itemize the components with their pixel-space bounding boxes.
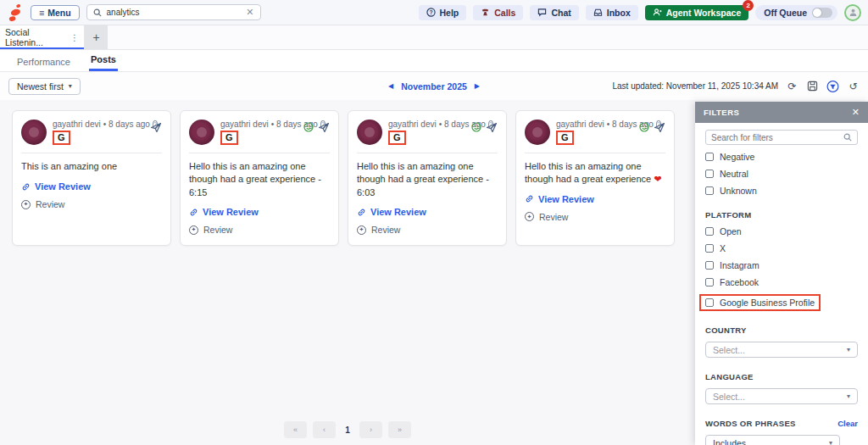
filter-search-input[interactable]: [711, 133, 839, 142]
chevron-down-icon: ▾: [829, 439, 832, 445]
platform-checkbox-row[interactable]: Instagram: [705, 260, 760, 270]
platform-checkbox-row[interactable]: X: [705, 243, 726, 253]
clear-link[interactable]: Clear: [837, 419, 858, 428]
next-page-button[interactable]: ›: [359, 421, 382, 438]
view-review-link[interactable]: View Review: [21, 181, 162, 192]
review-type-label: ✦ Review: [21, 199, 162, 209]
chevron-down-icon: ▾: [69, 82, 72, 90]
post-text: This is an amazing one: [21, 160, 162, 174]
send-icon[interactable]: [654, 122, 665, 133]
post-card: gayathri devi • 8 days ago ? G: [348, 110, 507, 246]
checkbox[interactable]: [705, 227, 714, 236]
review-icon: ✦: [189, 225, 198, 235]
tab-posts[interactable]: Posts: [89, 50, 118, 71]
post-meta: • 8 days ago: [103, 120, 150, 129]
chat-button[interactable]: Chat: [530, 5, 578, 20]
menu-button[interactable]: ≡ Menu: [31, 5, 80, 20]
global-search[interactable]: ✕: [86, 4, 261, 20]
post-card: gayathri devi • 8 days ago ? G: [180, 110, 339, 246]
search-input[interactable]: [107, 8, 242, 17]
posts-toolbar: Newest first ▾ ◀ November 2025 ▶ Last up…: [0, 72, 868, 100]
chat-icon: [537, 8, 547, 17]
prev-month-icon[interactable]: ◀: [388, 82, 393, 90]
pagination: « ‹ 1 › »: [0, 421, 695, 438]
tab-social-listening[interactable]: Social Listenin... ⋮: [0, 25, 85, 49]
refresh-icon[interactable]: ⟳: [786, 80, 798, 92]
filter-search[interactable]: [705, 130, 858, 145]
language-select[interactable]: Select... ▾: [705, 388, 858, 404]
save-icon[interactable]: [806, 80, 819, 92]
checkbox[interactable]: [705, 244, 714, 253]
next-month-icon[interactable]: ▶: [475, 82, 480, 90]
toggle-switch[interactable]: [812, 8, 832, 18]
platform-checkbox-row[interactable]: Facebook: [705, 277, 759, 287]
send-icon[interactable]: [318, 122, 330, 133]
sentiment-checkbox-row[interactable]: Unknown: [705, 186, 757, 196]
country-select[interactable]: Select... ▾: [705, 342, 858, 358]
checkbox[interactable]: [705, 186, 714, 195]
inbox-button[interactable]: Inbox: [586, 5, 638, 20]
agent-workspace-button[interactable]: Agent Workspace 2: [645, 5, 749, 20]
review-type-label: ✦ Review: [525, 212, 665, 222]
language-section-label: LANGUAGE: [705, 372, 858, 381]
google-platform-icon-highlight: G: [388, 131, 406, 145]
view-review-link[interactable]: View Review: [357, 207, 498, 217]
review-icon: ✦: [21, 200, 31, 209]
last-updated-text: Last updated: November 11, 2025 10:34 AM: [612, 81, 778, 91]
undo-icon[interactable]: ↺: [847, 80, 860, 92]
link-icon: [21, 182, 31, 192]
help-icon: ?: [426, 8, 436, 17]
tab-options-icon[interactable]: ⋮: [70, 33, 79, 42]
sentiment-checkbox-row[interactable]: Negative: [705, 152, 754, 162]
first-page-button[interactable]: «: [284, 421, 307, 438]
view-review-link[interactable]: View Review: [189, 207, 330, 217]
send-icon[interactable]: [486, 122, 498, 133]
sort-dropdown[interactable]: Newest first ▾: [8, 78, 81, 95]
off-queue-toggle[interactable]: Off Queue: [755, 5, 837, 20]
user-avatar[interactable]: [844, 4, 861, 21]
post-avatar: [357, 120, 382, 145]
checkbox[interactable]: [705, 278, 714, 286]
checkbox[interactable]: [705, 153, 714, 161]
prev-page-button[interactable]: ‹: [313, 421, 336, 438]
platform-filter-list: Open X Instagram Facebook: [705, 226, 858, 311]
phone-icon: [481, 8, 490, 17]
view-tabs: Performance Posts: [0, 50, 868, 72]
last-page-button[interactable]: »: [388, 421, 411, 438]
post-card: gayathri devi • 8 days ago ? G: [515, 110, 675, 246]
chevron-down-icon: ▾: [847, 346, 850, 353]
platform-checkbox-row[interactable]: Google Business Profile: [699, 294, 821, 311]
card-divider: [21, 153, 162, 153]
calls-button[interactable]: Calls: [473, 5, 523, 20]
sentiment-checkbox-row[interactable]: Neutral: [705, 169, 748, 179]
checkbox[interactable]: [705, 170, 714, 178]
view-review-link[interactable]: View Review: [525, 194, 665, 204]
agent-icon: [653, 8, 662, 17]
close-icon[interactable]: ✕: [852, 107, 860, 118]
link-icon: [357, 208, 366, 217]
review-type-label: ✦ Review: [357, 225, 498, 235]
post-author: gayathri devi: [220, 120, 269, 129]
tab-performance[interactable]: Performance: [15, 53, 72, 71]
positive-sentiment-icon: [639, 122, 649, 132]
top-header: ≡ Menu ✕ ? Help Calls Chat Inbox Agent W…: [0, 0, 868, 25]
send-icon[interactable]: [150, 122, 162, 133]
link-icon: [525, 194, 534, 203]
words-condition-select[interactable]: Includes ▾: [705, 435, 840, 445]
positive-sentiment-icon: [471, 122, 481, 132]
filter-icon[interactable]: [826, 80, 839, 92]
platform-checkbox-row[interactable]: Open: [705, 226, 742, 236]
checkbox[interactable]: [705, 298, 714, 307]
search-icon: [93, 8, 102, 17]
google-platform-icon-highlight: G: [556, 131, 574, 145]
checkbox[interactable]: [705, 261, 714, 270]
new-tab-button[interactable]: +: [85, 25, 108, 49]
person-icon: [849, 8, 858, 17]
help-button[interactable]: ? Help: [419, 5, 467, 20]
clear-search-icon[interactable]: ✕: [246, 8, 253, 17]
sentiment-filter-list: Negative Neutral Unknown: [705, 152, 858, 196]
post-text: Hello this is an amazing one though had …: [357, 160, 498, 199]
filters-panel: FILTERS ✕ Negative Neutral Unkn: [695, 102, 868, 445]
genesys-logo-icon: [7, 2, 24, 24]
inbox-icon: [593, 8, 603, 17]
